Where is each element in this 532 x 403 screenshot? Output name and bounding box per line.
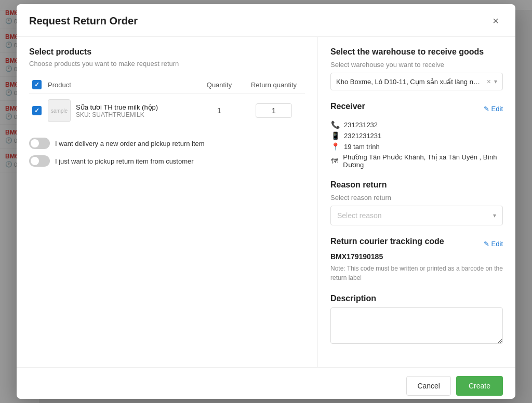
toggle-pickup-label: I just want to pickup return item from c…	[55, 157, 194, 165]
reason-select-dropdown[interactable]: Select reason ▾	[330, 206, 503, 225]
warehouse-clear-icon[interactable]: ×	[487, 77, 491, 86]
map-icon: 🗺	[330, 157, 339, 165]
receiver-edit-button[interactable]: ✎ Edit	[484, 105, 503, 113]
close-button[interactable]: ×	[488, 14, 503, 28]
product-checkbox[interactable]	[32, 106, 42, 115]
tracking-edit-label: Edit	[491, 240, 503, 248]
tracking-edit-button[interactable]: ✎ Edit	[484, 240, 503, 248]
receiver-phone1-row: 📞 231231232	[330, 120, 503, 129]
receiver-address-line1: 19 tam trinh	[344, 143, 380, 151]
warehouse-title: Select the warehouse to receive goods	[330, 47, 503, 57]
warehouse-select-dropdown[interactable]: Kho Boxme, Lô D10-11, Cụm sản xuất làng …	[330, 73, 503, 90]
receiver-address-line2-row: 🗺 Phường Tân Phước Khánh, Thị xã Tân Uyê…	[330, 153, 503, 169]
receiver-title: Receiver	[330, 102, 365, 111]
right-panel: Select the warehouse to receive goods Se…	[318, 37, 515, 367]
cancel-button[interactable]: Cancel	[406, 376, 451, 396]
receiver-address-line1-row: 📍 19 tam trinh	[330, 142, 503, 151]
warehouse-selected-value: Kho Boxme, Lô D10-11, Cụm sản xuất làng …	[336, 78, 484, 86]
modal-footer: Cancel Create	[17, 367, 515, 399]
warehouse-section: Select the warehouse to receive goods Se…	[330, 47, 503, 90]
request-return-modal: Request Return Order × Select products C…	[17, 4, 515, 399]
description-textarea[interactable]	[330, 307, 503, 344]
modal-title: Request Return Order	[29, 15, 138, 27]
tracking-title: Return courier tracking code	[330, 237, 444, 246]
toggle-row-1: I want delivery a new order and pickup r…	[29, 138, 305, 149]
toggle-delivery-new-order[interactable]	[29, 138, 50, 149]
tracking-code-section: Return courier tracking code ✎ Edit BMX1…	[330, 237, 503, 283]
reason-return-label: Select reason return	[330, 194, 503, 202]
toggle-delivery-label: I want delivery a new order and pickup r…	[55, 140, 205, 147]
reason-return-title: Reason return	[330, 180, 503, 190]
product-sku: SKU: SUATHTRUEMILK	[76, 111, 158, 118]
tracking-header: Return courier tracking code ✎ Edit	[330, 237, 503, 250]
select-all-checkbox[interactable]	[32, 80, 42, 89]
create-button[interactable]: Create	[456, 376, 503, 396]
warehouse-label: Select warehouse you want to receive	[330, 61, 503, 69]
product-image: sample	[48, 99, 71, 122]
warehouse-arrow-icon: ▾	[494, 78, 497, 85]
description-section: Description	[330, 294, 503, 345]
col-product: Product	[45, 76, 196, 94]
receiver-phone2-row: 📱 2321231231	[330, 131, 503, 140]
modal-body: Select products Choose products you want…	[17, 37, 515, 367]
reason-placeholder: Select reason	[337, 211, 493, 220]
left-panel: Select products Choose products you want…	[17, 37, 318, 367]
description-title: Description	[330, 294, 503, 303]
modal-header: Request Return Order ×	[17, 4, 515, 37]
select-products-subtitle: Choose products you want to make request…	[29, 60, 305, 68]
edit-icon-tracking: ✎	[484, 240, 489, 248]
return-quantity-input[interactable]	[256, 103, 292, 118]
receiver-address-line2: Phường Tân Phước Khánh, Thị xã Tân Uyên …	[343, 153, 503, 169]
tracking-note: Note: This code must be written or print…	[330, 264, 503, 283]
col-return-quantity: Return quantity	[243, 76, 305, 94]
col-quantity: Quantity	[196, 76, 243, 94]
product-name: Sữa tươi TH true milk (hộp)	[76, 103, 158, 111]
product-quantity: 1	[196, 94, 243, 128]
toggle-row-2: I just want to pickup return item from c…	[29, 155, 305, 167]
mobile-icon: 📱	[330, 131, 340, 140]
modal-overlay: Request Return Order × Select products C…	[0, 0, 532, 403]
receiver-edit-label: Edit	[491, 105, 503, 113]
location-icon: 📍	[330, 142, 340, 151]
receiver-phone1: 231231232	[344, 121, 378, 129]
product-row: sample Sữa tươi TH true milk (hộp) SKU: …	[29, 94, 305, 128]
product-table: Product Quantity Return quantity	[29, 76, 305, 127]
receiver-phone2: 2321231231	[344, 132, 381, 140]
reason-return-section: Reason return Select reason return Selec…	[330, 180, 503, 225]
tracking-code-value: BMX179190185	[330, 252, 503, 261]
phone-icon: 📞	[330, 120, 340, 129]
edit-icon: ✎	[484, 105, 489, 113]
select-products-title: Select products	[29, 47, 305, 57]
receiver-section: Receiver ✎ Edit 📞 231231232 📱 2321231231	[330, 102, 503, 169]
toggle-pickup-only[interactable]	[29, 155, 50, 167]
reason-arrow-icon: ▾	[493, 212, 496, 219]
receiver-header: Receiver ✎ Edit	[330, 102, 503, 115]
